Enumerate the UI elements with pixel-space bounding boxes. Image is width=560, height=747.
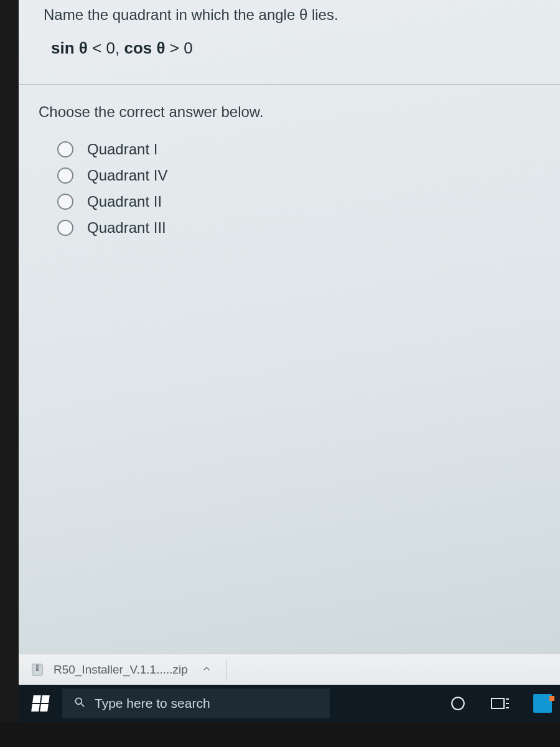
windows-logo-icon [31, 695, 50, 712]
svg-rect-2 [36, 667, 39, 669]
task-view-icon[interactable] [488, 691, 513, 716]
choose-instruction: Choose the correct answer below. [39, 103, 540, 121]
option-quadrant-2[interactable]: Quadrant II [57, 193, 540, 210]
option-quadrant-4[interactable]: Quadrant IV [57, 167, 540, 184]
photo-left-border [0, 0, 19, 747]
sin-label: sin [51, 39, 75, 57]
question-prompt: Name the quadrant in which the angle θ l… [44, 6, 535, 24]
search-icon [73, 696, 86, 712]
theta-symbol-1: θ [79, 39, 88, 57]
search-placeholder: Type here to search [95, 696, 210, 711]
download-filename[interactable]: R50_Installer_V.1.1.....zip [54, 663, 188, 677]
downloads-bar: R50_Installer_V.1.1.....zip [19, 654, 560, 685]
radio-icon[interactable] [57, 141, 73, 157]
option-quadrant-1[interactable]: Quadrant I [57, 141, 540, 158]
cos-label: cos [124, 39, 152, 57]
option-label: Quadrant III [87, 219, 166, 237]
option-label: Quadrant IV [87, 167, 167, 184]
chevron-up-icon[interactable] [202, 662, 212, 677]
radio-icon[interactable] [57, 194, 73, 210]
question-condition: sin θ < 0, cos θ > 0 [51, 39, 535, 58]
svg-rect-7 [492, 698, 504, 708]
app-content: Name the quadrant in which the angle θ l… [19, 0, 560, 654]
radio-icon[interactable] [57, 167, 73, 184]
option-label: Quadrant II [87, 193, 162, 210]
radio-icon[interactable] [57, 220, 73, 236]
taskbar: Type here to search [19, 685, 560, 722]
svg-rect-3 [36, 669, 39, 671]
zip-file-icon[interactable] [30, 662, 45, 677]
start-button[interactable] [19, 685, 62, 722]
svg-rect-1 [36, 664, 39, 666]
svg-point-4 [75, 698, 82, 704]
theta-symbol-2: θ [156, 39, 165, 57]
cortana-circle-icon[interactable] [446, 691, 470, 716]
lt-zero: < 0 [92, 39, 115, 57]
taskbar-right [446, 691, 560, 716]
svg-line-5 [82, 703, 84, 706]
pinned-app-icon[interactable] [530, 691, 555, 716]
option-quadrant-3[interactable]: Quadrant III [57, 219, 540, 237]
comma-sep: , [115, 39, 124, 57]
taskbar-search[interactable]: Type here to search [62, 688, 330, 718]
svg-point-6 [452, 697, 464, 710]
answer-block: Choose the correct answer below. Quadran… [19, 85, 560, 654]
photo-bottom-border [0, 722, 560, 747]
downloads-separator [226, 659, 227, 680]
options-list: Quadrant I Quadrant IV Quadrant II Quadr… [57, 141, 540, 237]
question-block: Name the quadrant in which the angle θ l… [19, 0, 560, 73]
gt-zero: > 0 [170, 39, 193, 57]
option-label: Quadrant I [87, 141, 157, 158]
